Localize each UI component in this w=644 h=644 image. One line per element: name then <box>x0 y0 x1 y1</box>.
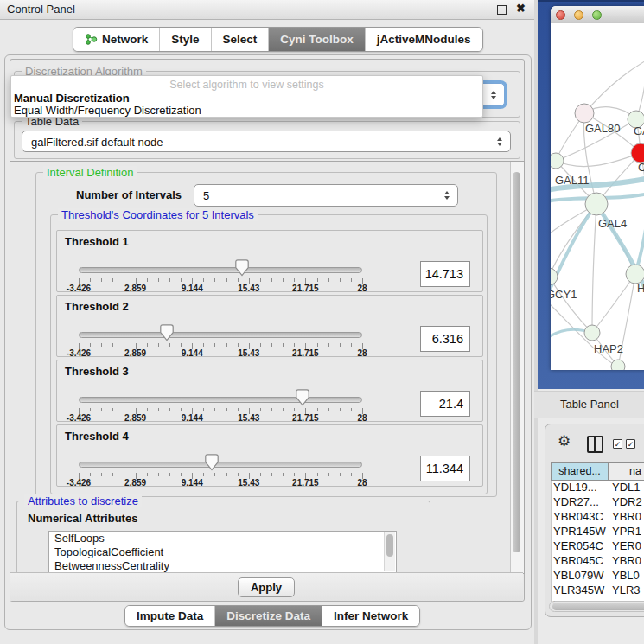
table-horizontal-scrollbar[interactable] <box>549 601 644 612</box>
network-node-green[interactable] <box>551 153 564 169</box>
scrollbar-thumb[interactable] <box>513 172 520 552</box>
slider-thumb[interactable] <box>160 324 174 341</box>
minor-tick <box>124 473 124 476</box>
cell-name[interactable]: YDL1 <box>612 481 644 494</box>
slider-thumb[interactable] <box>235 259 249 277</box>
tick-label: 21.715 <box>292 413 319 423</box>
checkbox-icon[interactable]: ✓ <box>626 439 635 449</box>
slider-thumb[interactable] <box>296 389 309 406</box>
tick-label: 2.859 <box>124 413 146 423</box>
close-traffic-light[interactable] <box>556 10 565 20</box>
dropdown-prompt-item[interactable]: Select algorithm to view settings <box>11 79 482 91</box>
tab-network[interactable]: Network <box>73 28 160 51</box>
attribute-list-item[interactable]: TopologicalCoefficient <box>49 545 396 559</box>
settings-vertical-scrollbar[interactable] <box>510 162 524 573</box>
table-row[interactable]: YBL079WYBL0 <box>552 569 644 583</box>
minor-tick <box>226 473 227 476</box>
table-row[interactable]: YLR345WYLR3 <box>552 583 644 598</box>
cell-name[interactable]: YPR1 <box>612 525 644 538</box>
table-row[interactable]: YPR145WYPR1 <box>552 525 644 539</box>
scrollbar-thumb[interactable] <box>552 603 644 610</box>
table-row[interactable]: YDL19...YDL1 <box>552 481 644 495</box>
tab-impute-data[interactable]: Impute Data <box>125 606 215 626</box>
cell-name[interactable]: YBL0 <box>612 569 644 582</box>
cell-shared-name[interactable]: YER054C <box>553 539 609 552</box>
apply-button[interactable]: Apply <box>238 577 295 597</box>
threshold-value-field[interactable]: 11.344 <box>420 456 470 481</box>
threshold-value-field[interactable]: 14.713 <box>420 261 470 287</box>
attributes-list-scrollbar[interactable] <box>384 532 395 571</box>
tab-select-label: Select <box>223 33 258 46</box>
tab-cyni-toolbox[interactable]: Cyni Toolbox <box>269 28 366 51</box>
tab-discretize-data[interactable]: Discretize Data <box>215 606 322 626</box>
minor-tick <box>294 278 295 282</box>
network-view-frame: GAL80GACGAL11GAL4GCY1HHAP2 <box>538 0 644 389</box>
table-panel-titlebar: Table Panel <box>534 391 644 418</box>
threshold-value-field[interactable]: 21.4 <box>420 391 470 417</box>
tab-infer-network-label: Infer Network <box>334 607 408 625</box>
cell-name[interactable]: YER0 <box>612 539 644 552</box>
cell-shared-name[interactable]: YBR043C <box>553 510 609 523</box>
cell-shared-name[interactable]: YDL19... <box>553 481 609 494</box>
cell-shared-name[interactable]: YBR045C <box>553 554 609 567</box>
attribute-list-item[interactable]: SelfLoops <box>49 532 396 545</box>
close-icon[interactable]: ✖ <box>516 2 526 15</box>
network-edge[interactable] <box>584 60 644 113</box>
dropdown-item-equal-width[interactable]: Equal Width/Frequency Discretization <box>14 104 201 117</box>
tab-style[interactable]: Style <box>160 28 211 51</box>
tab-infer-network[interactable]: Infer Network <box>322 606 419 626</box>
network-edge[interactable] <box>556 153 641 167</box>
cell-name[interactable]: YDR2 <box>612 495 644 508</box>
minor-tick <box>271 473 272 476</box>
cell-shared-name[interactable]: YPR145W <box>553 525 609 538</box>
network-edge[interactable] <box>592 204 596 333</box>
table-row[interactable]: YER054CYER0 <box>552 539 644 554</box>
cell-name[interactable]: YBR0 <box>612 554 644 567</box>
network-node-green[interactable] <box>584 325 600 341</box>
slider-track[interactable] <box>79 462 362 468</box>
cell-name[interactable]: YLR3 <box>612 583 644 596</box>
network-edge[interactable] <box>592 274 635 333</box>
tab-jactivemnodules[interactable]: jActiveMNodules <box>366 28 482 51</box>
column-layout-icon[interactable] <box>587 436 603 453</box>
network-node-green[interactable] <box>585 193 608 215</box>
zoom-traffic-light[interactable] <box>592 10 602 20</box>
column-header-shared-name[interactable]: shared... <box>551 462 609 481</box>
column-header-name[interactable]: na <box>608 462 644 481</box>
minor-tick <box>351 278 352 282</box>
network-edge[interactable] <box>551 277 592 333</box>
cell-name[interactable]: YBR0 <box>612 510 644 523</box>
minimize-traffic-light[interactable] <box>574 10 583 20</box>
cell-shared-name[interactable]: YLR345W <box>553 583 609 596</box>
network-node-green[interactable] <box>551 268 558 285</box>
table-rows[interactable]: YDL19...YDL1YDR27...YDR2YBR043CYBR0YPR14… <box>551 481 644 602</box>
dropdown-item-manual-discretization[interactable]: Manual Discretization <box>14 92 130 105</box>
checkbox-icon[interactable]: ✓ <box>613 439 622 449</box>
slider-track[interactable] <box>79 267 362 273</box>
threshold-value-field[interactable]: 6.316 <box>420 326 470 352</box>
table-row[interactable]: YBR043CYBR0 <box>552 510 644 525</box>
slider-track[interactable] <box>79 332 362 338</box>
table-row[interactable]: YBR045CYBR0 <box>552 554 644 569</box>
slider-thumb[interactable] <box>205 454 219 471</box>
network-node-pink[interactable] <box>575 104 594 123</box>
slider-track[interactable] <box>79 397 362 403</box>
float-window-icon[interactable] <box>497 5 507 15</box>
table-data-select[interactable]: galFiltered.sif default node <box>22 131 511 152</box>
gear-icon[interactable]: ⚙ <box>558 432 571 450</box>
scrollbar-thumb[interactable] <box>386 534 393 557</box>
minor-tick <box>158 473 159 476</box>
network-node-green[interactable] <box>626 265 644 284</box>
number-of-intervals-select[interactable]: 5 <box>194 184 458 207</box>
numerical-attributes-list[interactable]: SelfLoopsTopologicalCoefficientBetweenne… <box>48 531 397 574</box>
minor-tick <box>90 408 91 411</box>
minor-tick <box>101 473 102 476</box>
tab-select[interactable]: Select <box>212 28 270 51</box>
cell-shared-name[interactable]: YDR27... <box>553 495 609 508</box>
cell-shared-name[interactable]: YBL079W <box>553 569 609 582</box>
attribute-list-item[interactable]: BetweennessCentrality <box>49 559 396 573</box>
network-canvas[interactable]: GAL80GACGAL11GAL4GCY1HHAP2 <box>551 23 644 370</box>
minor-tick <box>260 408 261 411</box>
network-node-green[interactable] <box>611 360 625 370</box>
table-row[interactable]: YDR27...YDR2 <box>552 495 644 510</box>
